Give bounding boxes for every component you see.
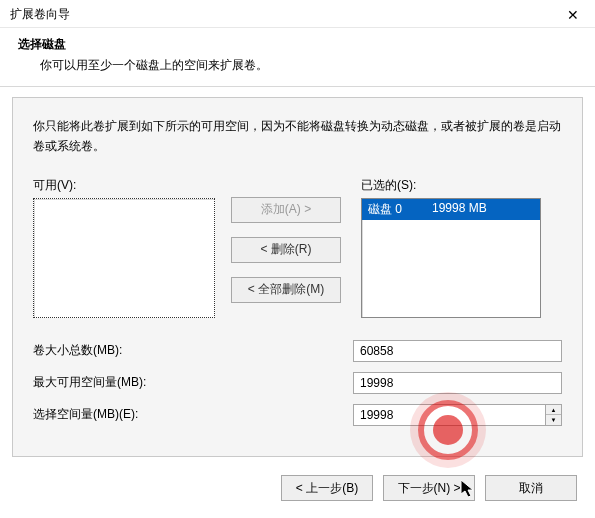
remove-all-button[interactable]: < 全部删除(M): [231, 277, 341, 303]
window-title: 扩展卷向导: [10, 6, 70, 23]
selected-listbox[interactable]: 磁盘 0 19998 MB: [361, 198, 541, 318]
quantity-stepper[interactable]: ▲ ▼: [546, 404, 562, 426]
selected-label: 已选的(S):: [361, 177, 562, 194]
page-subheading: 你可以用至少一个磁盘上的空间来扩展卷。: [18, 53, 577, 74]
page-heading: 选择磁盘: [18, 36, 577, 53]
next-button[interactable]: 下一步(N) >: [383, 475, 475, 501]
list-item[interactable]: 磁盘 0 19998 MB: [362, 199, 540, 220]
max-space-label: 最大可用空间量(MB):: [33, 374, 353, 391]
remove-button[interactable]: < 删除(R): [231, 237, 341, 263]
description-text: 你只能将此卷扩展到如下所示的可用空间，因为不能将磁盘转换为动态磁盘，或者被扩展的…: [33, 116, 562, 157]
total-size-label: 卷大小总数(MB):: [33, 342, 353, 359]
select-space-label: 选择空间量(MB)(E):: [33, 406, 353, 423]
add-button[interactable]: 添加(A) >: [231, 197, 341, 223]
spin-down-icon[interactable]: ▼: [546, 415, 561, 425]
content-panel: 你只能将此卷扩展到如下所示的可用空间，因为不能将磁盘转换为动态磁盘，或者被扩展的…: [12, 97, 583, 457]
spin-up-icon[interactable]: ▲: [546, 405, 561, 416]
available-label: 可用(V):: [33, 177, 213, 194]
disk-size: 19998 MB: [432, 201, 487, 218]
select-space-input[interactable]: [353, 404, 546, 426]
max-space-value: [353, 372, 562, 394]
disk-name: 磁盘 0: [368, 201, 402, 218]
total-size-value: [353, 340, 562, 362]
close-icon[interactable]: ✕: [561, 7, 585, 23]
back-button[interactable]: < 上一步(B): [281, 475, 373, 501]
available-listbox[interactable]: [33, 198, 215, 318]
cancel-button[interactable]: 取消: [485, 475, 577, 501]
